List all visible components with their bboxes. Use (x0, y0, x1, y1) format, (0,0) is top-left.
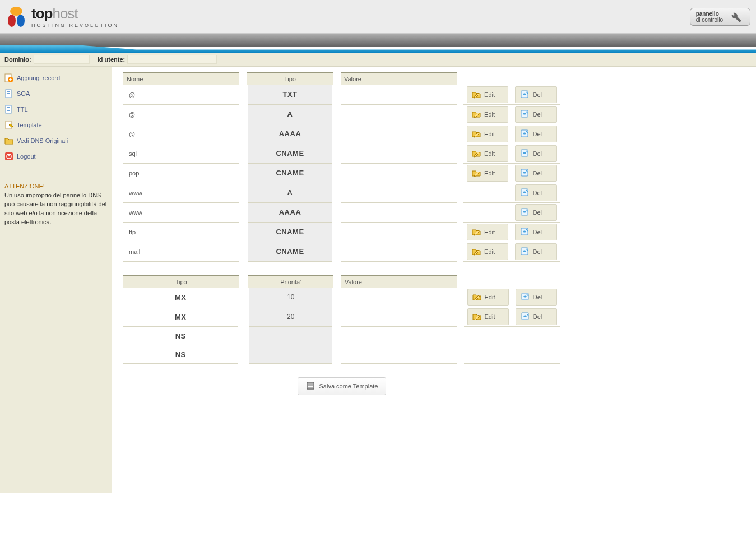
delete-label: Del (532, 189, 542, 196)
cell-type: A (247, 183, 333, 202)
cell-type: NS (123, 345, 239, 364)
dns-records-table: Nome Tipo Valore @TXTEditDel@AEditDel@AA… (123, 72, 560, 262)
sidebar-item-vedi-dns-originali[interactable]: Vedi DNS Originali (2, 133, 110, 149)
control-panel-badge: pannello di controllo (690, 8, 750, 26)
edit-button[interactable]: Edit (467, 224, 508, 240)
edit-label: Edit (484, 170, 495, 177)
col-name: Nome (123, 73, 239, 85)
edit-button[interactable]: Edit (467, 165, 508, 182)
col2-type: Tipo (123, 276, 239, 288)
delete-icon (520, 90, 529, 100)
edit-button[interactable]: Edit (467, 243, 508, 260)
delete-button[interactable]: Del (515, 224, 557, 240)
edit-button[interactable]: Edit (467, 106, 508, 123)
edit-button[interactable]: Edit (467, 86, 508, 103)
table-row: @AEditDel (123, 104, 560, 124)
cell-type: TXT (247, 85, 333, 105)
edit-icon (472, 168, 481, 178)
add-icon (4, 73, 13, 82)
cell-name: mail (123, 242, 239, 261)
table-row: NS (123, 327, 560, 345)
table-row: wwwADel (123, 183, 560, 202)
table-row: @AAAAEditDel (123, 124, 560, 144)
table-row: wwwAAAADel (123, 202, 560, 222)
delete-button[interactable]: Del (515, 165, 557, 182)
header-bar: tophost HOSTING REVOLUTION pannello di c… (0, 0, 756, 34)
delete-button[interactable]: Del (515, 126, 557, 142)
cell-type: AAAA (247, 124, 333, 144)
delete-label: Del (532, 229, 542, 235)
delete-label: Del (532, 91, 542, 98)
edit-label: Edit (484, 131, 495, 137)
cell-value (341, 202, 457, 222)
content-area: Nome Tipo Valore @TXTEditDel@AEditDel@AA… (112, 67, 756, 493)
delete-icon (520, 109, 529, 119)
sidebar-item-ttl[interactable]: TTL (2, 101, 110, 117)
sidebar-item-template[interactable]: Template (2, 117, 110, 133)
edit-button[interactable]: Edit (467, 289, 509, 306)
cell-value (341, 345, 457, 364)
table-row: ftpCNAMEEditDel (123, 222, 560, 242)
edit-icon (472, 312, 481, 322)
save-template-label: Salva come Template (319, 383, 378, 390)
cell-name: sql (123, 144, 239, 163)
wave-divider (0, 34, 756, 47)
table-row: MX20EditDel (123, 307, 560, 327)
delete-button[interactable]: Del (515, 243, 557, 260)
delete-button[interactable]: Del (515, 86, 557, 103)
sidebar-item-label: TTL (17, 106, 28, 113)
doc-icon (4, 105, 13, 114)
table-row: popCNAMEEditDel (123, 163, 560, 183)
cell-name: @ (123, 85, 239, 105)
warning-box: ATTENZIONE! Un uso improprio del pannell… (2, 182, 110, 227)
delete-label: Del (532, 170, 542, 177)
edit-label: Edit (484, 91, 495, 98)
delete-icon (520, 129, 529, 139)
delete-button[interactable]: Del (515, 204, 557, 221)
edit-button[interactable]: Edit (467, 126, 508, 142)
cell-type: A (247, 104, 333, 124)
delete-button[interactable]: Del (515, 184, 557, 201)
edit-icon (472, 292, 481, 302)
edit-icon (472, 90, 481, 100)
delete-icon (520, 227, 529, 237)
user-id-value (127, 55, 217, 64)
edit-icon (472, 247, 481, 257)
sidebar-item-logout[interactable]: Logout (2, 149, 110, 164)
cell-type: CNAME (247, 144, 333, 163)
sidebar-item-label: Template (17, 122, 42, 128)
save-template-button[interactable]: Salva come Template (298, 377, 387, 395)
edit-button[interactable]: Edit (467, 145, 508, 162)
edit-icon (472, 109, 481, 119)
delete-button[interactable]: Del (515, 145, 557, 162)
brand-mark-icon (6, 6, 28, 28)
sidebar-item-aggiungi-record[interactable]: Aggiungi record (2, 70, 110, 86)
delete-button[interactable]: Del (516, 308, 557, 325)
brand-name-light: host (52, 5, 77, 22)
sidebar-item-label: SOA (17, 90, 30, 97)
svg-rect-7 (7, 107, 10, 108)
delete-button[interactable]: Del (515, 106, 557, 123)
cell-type: NS (123, 327, 239, 345)
cell-name: @ (123, 104, 239, 124)
delete-icon (521, 292, 530, 302)
sidebar-item-label: Vedi DNS Originali (17, 137, 68, 144)
cell-value (341, 124, 457, 144)
cell-name: www (123, 183, 239, 202)
template-icon (4, 121, 13, 129)
panel-badge-title: pannello (696, 11, 723, 17)
cell-type: AAAA (247, 202, 333, 222)
folder-icon (4, 136, 13, 145)
cell-value (341, 288, 457, 307)
edit-label: Edit (484, 248, 495, 255)
cell-name: @ (123, 124, 239, 144)
col2-priority: Priorita' (248, 276, 333, 288)
edit-button[interactable]: Edit (467, 308, 509, 325)
cell-type: MX (123, 307, 239, 327)
domain-label: Dominio: (4, 56, 31, 63)
delete-icon (520, 149, 529, 159)
cell-name: www (123, 202, 239, 222)
delete-button[interactable]: Del (516, 289, 557, 306)
panel-badge-subtitle: di controllo (696, 17, 723, 23)
sidebar-item-soa[interactable]: SOA (2, 86, 110, 101)
